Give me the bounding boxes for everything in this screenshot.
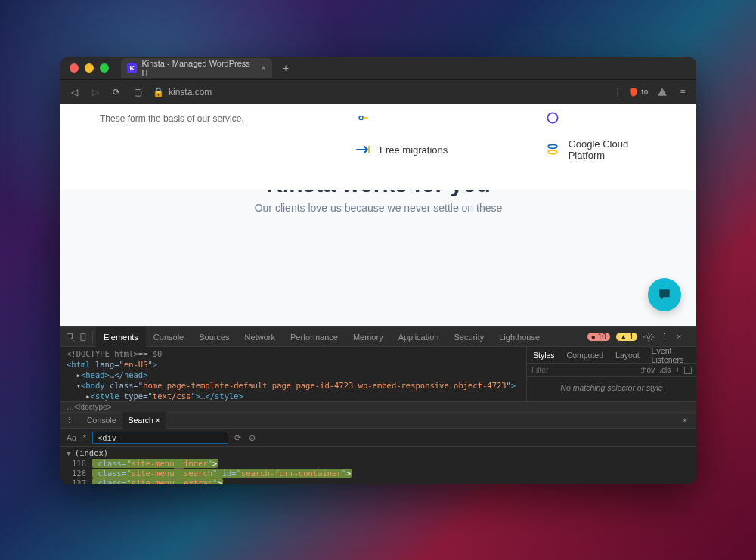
search-result-line[interactable]: 118 class="site-menu__inner"> (60, 459, 696, 469)
close-window-icon[interactable] (70, 63, 79, 73)
search-input[interactable] (92, 432, 228, 444)
bookmark-icon[interactable]: ▢ (132, 86, 144, 98)
styles-panel: StylesComputedLayoutEvent Listeners» Fil… (526, 347, 696, 401)
add-rule-icon[interactable]: + (675, 366, 680, 374)
warning-icon[interactable] (657, 87, 668, 97)
clear-search-icon[interactable]: ⊘ (249, 433, 256, 442)
devtools-tab-security[interactable]: Security (446, 327, 491, 347)
browser-window: K Kinsta - Managed WordPress H × + ◁ ▷ ⟳… (60, 57, 696, 484)
devtools-tab-console[interactable]: Console (146, 327, 191, 347)
feature-icon (355, 110, 372, 126)
svg-point-1 (547, 113, 557, 122)
close-tab-icon[interactable]: × (261, 63, 266, 73)
styles-tab-styles[interactable]: Styles (527, 347, 561, 363)
styles-tab-computed[interactable]: Computed (561, 347, 609, 363)
back-button[interactable]: ◁ (68, 86, 80, 98)
styles-tab-layout[interactable]: Layout (609, 347, 646, 363)
styles-empty-message: No matching selector or style (527, 377, 696, 398)
search-result-line[interactable]: 137 class="site-menu__extras"> (60, 478, 696, 484)
svg-point-3 (548, 150, 557, 154)
forward-button[interactable]: ▷ (89, 86, 101, 98)
devtools-tabs: ElementsConsoleSourcesNetworkPerformance… (60, 327, 696, 347)
chat-bubble-button[interactable] (648, 278, 681, 311)
drawer-more-icon[interactable]: ⋮ (65, 416, 73, 425)
menu-button[interactable]: ≡ (677, 86, 689, 98)
minimize-window-icon[interactable] (85, 63, 94, 73)
address-input[interactable]: 🔒 kinsta.com (153, 87, 608, 97)
inspect-icon[interactable] (65, 332, 76, 342)
feature-subtitle: These form the basis of our service. (100, 113, 244, 124)
tab-title: Kinsta - Managed WordPress H (141, 59, 253, 77)
devtools-panel: ElementsConsoleSourcesNetworkPerformance… (60, 326, 696, 484)
devtools-tab-sources[interactable]: Sources (191, 327, 237, 347)
devtools-tab-elements[interactable]: Elements (96, 327, 146, 347)
devtools-tab-lighthouse[interactable]: Lighthouse (491, 327, 547, 347)
hero-subtitle: Our clients love us because we never set… (60, 202, 696, 214)
favicon-icon: K (127, 63, 137, 73)
styles-tab-event-listeners[interactable]: Event Listeners (646, 347, 690, 363)
dom-tree[interactable]: <!DOCTYPE html>== $0 <html lang="en-US">… (60, 347, 526, 401)
close-devtools-icon[interactable]: × (677, 332, 687, 342)
page-viewport: These form the basis of our service. pla… (60, 104, 696, 326)
svg-point-2 (548, 144, 557, 148)
styles-tabs-more-icon[interactable]: » (689, 347, 696, 363)
regex-toggle[interactable]: .* (81, 433, 86, 442)
drawer-tab-search[interactable]: Search × (122, 412, 166, 429)
warning-badge[interactable]: ▲ 1 (616, 333, 637, 341)
case-sensitive-toggle[interactable]: Aa (67, 433, 76, 442)
result-file[interactable]: (index) (60, 448, 696, 459)
browser-tab[interactable]: K Kinsta - Managed WordPress H × (121, 58, 272, 78)
svg-rect-5 (81, 333, 85, 340)
url-bar: ◁ ▷ ⟳ ▢ 🔒 kinsta.com | 10 ≡ (60, 79, 696, 104)
devtools-tab-performance[interactable]: Performance (283, 327, 345, 347)
svg-point-0 (359, 116, 363, 120)
drawer-tab-console[interactable]: Console (81, 412, 122, 429)
feature-gcp: Google Cloud Platform (544, 138, 666, 161)
styles-filter-input[interactable]: Filter (531, 366, 548, 374)
new-tab-button[interactable]: + (283, 62, 289, 74)
hov-toggle[interactable]: :hov (640, 366, 655, 374)
more-icon[interactable]: ⋮ (660, 332, 671, 342)
devtools-tab-application[interactable]: Application (391, 327, 447, 347)
maximize-window-icon[interactable] (100, 63, 109, 73)
refresh-search-icon[interactable]: ⟳ (234, 433, 241, 442)
breadcrumb-more-icon[interactable]: ⋯ (683, 403, 690, 411)
reload-button[interactable]: ⟳ (110, 86, 122, 98)
devtools-tab-network[interactable]: Network (237, 327, 283, 347)
gcp-icon (544, 141, 561, 158)
feature-migrations: Free migrations (355, 141, 544, 158)
search-results[interactable]: (index) 118 class="site-menu__inner">126… (60, 447, 696, 484)
more-icon[interactable] (684, 367, 692, 374)
brave-shields-icon[interactable]: 10 (628, 87, 648, 97)
devtools-tab-memory[interactable]: Memory (345, 327, 391, 347)
svg-point-6 (647, 336, 650, 339)
feature-icon (544, 110, 561, 126)
gear-icon[interactable] (643, 332, 654, 342)
close-drawer-icon[interactable]: × (678, 416, 692, 425)
titlebar: K Kinsta - Managed WordPress H × + (60, 57, 696, 79)
cls-toggle[interactable]: .cls (659, 366, 671, 374)
search-result-line[interactable]: 126 class="site-menu__search" id="search… (60, 469, 696, 478)
error-badge[interactable]: ● 10 (587, 333, 610, 341)
device-icon[interactable] (79, 332, 89, 342)
migration-icon (355, 141, 372, 158)
lock-icon: 🔒 (153, 87, 164, 97)
